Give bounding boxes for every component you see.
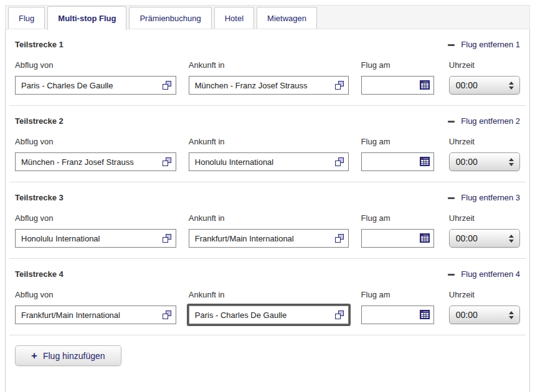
arrival-label: Ankunft in xyxy=(189,213,349,223)
time-select[interactable]: 00:00 xyxy=(449,306,520,324)
minus-icon xyxy=(448,274,455,276)
time-select-value: 00:00 xyxy=(456,80,478,90)
tab-hotel[interactable]: Hotel xyxy=(214,7,254,29)
airport-picker-icon[interactable] xyxy=(335,310,344,319)
tab-bar: Flug Multi-stop Flug Prämienbuchung Hote… xyxy=(5,5,530,29)
date-label: Flug am xyxy=(361,60,434,70)
date-label: Flug am xyxy=(361,290,434,299)
remove-flight-link[interactable]: Flug entfernen 1 xyxy=(448,40,520,50)
flight-segment: Teilstrecke 4 Flug entfernen 4 Abflug vo… xyxy=(9,259,526,335)
remove-flight-link[interactable]: Flug entfernen 4 xyxy=(448,269,520,279)
remove-flight-link[interactable]: Flug entfernen 2 xyxy=(448,116,520,126)
tab-mietwagen[interactable]: Mietwagen xyxy=(257,7,317,29)
multi-stop-form: Teilstrecke 1 Flug entfernen 1 Abflug vo… xyxy=(5,29,530,392)
minus-icon xyxy=(448,121,455,123)
up-down-arrows-icon xyxy=(509,311,514,319)
segment-title: Teilstrecke 4 xyxy=(15,269,64,279)
date-label: Flug am xyxy=(361,213,434,223)
remove-flight-label: Flug entfernen 4 xyxy=(461,269,520,279)
departure-label: Abflug von xyxy=(15,290,176,299)
time-label: Uhrzeit xyxy=(449,290,520,299)
minus-icon xyxy=(448,44,455,46)
tab-flug[interactable]: Flug xyxy=(8,7,45,29)
minus-icon xyxy=(448,197,455,199)
time-select-value: 00:00 xyxy=(456,157,478,167)
departure-input[interactable] xyxy=(15,76,176,95)
segment-title: Teilstrecke 1 xyxy=(15,40,64,50)
tab-praemienbuchung[interactable]: Prämienbuchung xyxy=(129,7,211,29)
arrival-input[interactable] xyxy=(189,76,349,95)
section-divider xyxy=(9,335,526,335)
departure-input[interactable] xyxy=(15,306,176,324)
calendar-icon[interactable] xyxy=(420,233,430,243)
calendar-icon[interactable] xyxy=(420,157,430,166)
up-down-arrows-icon xyxy=(509,158,514,166)
time-label: Uhrzeit xyxy=(449,213,520,223)
airport-picker-icon[interactable] xyxy=(163,234,171,243)
arrival-input[interactable] xyxy=(189,306,349,324)
departure-input[interactable] xyxy=(15,229,176,248)
remove-flight-link[interactable]: Flug entfernen 3 xyxy=(448,193,520,203)
time-label: Uhrzeit xyxy=(449,60,520,70)
airport-picker-icon[interactable] xyxy=(163,157,171,166)
booking-widget: Flug Multi-stop Flug Prämienbuchung Hote… xyxy=(5,5,530,392)
flight-segment: Teilstrecke 3 Flug entfernen 3 Abflug vo… xyxy=(9,182,526,259)
arrival-label: Ankunft in xyxy=(189,290,349,299)
up-down-arrows-icon xyxy=(509,235,514,243)
departure-label: Abflug von xyxy=(15,60,176,70)
plus-icon: + xyxy=(31,350,37,361)
calendar-icon[interactable] xyxy=(420,80,430,90)
arrival-label: Ankunft in xyxy=(189,60,349,70)
segment-title: Teilstrecke 3 xyxy=(15,193,64,203)
departure-label: Abflug von xyxy=(15,213,176,223)
date-label: Flug am xyxy=(361,137,434,146)
segments: Teilstrecke 1 Flug entfernen 1 Abflug vo… xyxy=(9,29,526,335)
tab-multi-stop-flug[interactable]: Multi-stop Flug xyxy=(47,6,126,30)
segment-title: Teilstrecke 2 xyxy=(15,116,64,126)
airport-picker-icon[interactable] xyxy=(163,81,171,90)
time-select[interactable]: 00:00 xyxy=(449,152,520,171)
airport-picker-icon[interactable] xyxy=(163,310,171,319)
remove-flight-label: Flug entfernen 1 xyxy=(461,40,520,50)
time-select[interactable]: 00:00 xyxy=(449,76,520,95)
time-select-value: 00:00 xyxy=(456,233,478,243)
up-down-arrows-icon xyxy=(509,82,514,90)
remove-flight-label: Flug entfernen 2 xyxy=(461,116,520,126)
departure-input[interactable] xyxy=(15,152,176,171)
arrival-input[interactable] xyxy=(189,152,349,171)
time-select[interactable]: 00:00 xyxy=(449,229,520,248)
airport-picker-icon[interactable] xyxy=(335,234,344,243)
time-label: Uhrzeit xyxy=(449,137,520,146)
remove-flight-label: Flug entfernen 3 xyxy=(461,193,520,203)
departure-label: Abflug von xyxy=(15,137,176,146)
add-flight-button-label: Flug hinzufügen xyxy=(43,351,105,361)
arrival-input[interactable] xyxy=(189,229,349,248)
add-flight-button[interactable]: + Flug hinzufügen xyxy=(15,345,121,366)
airport-picker-icon[interactable] xyxy=(335,81,344,90)
arrival-label: Ankunft in xyxy=(189,137,349,146)
flight-segment: Teilstrecke 2 Flug entfernen 2 Abflug vo… xyxy=(9,106,526,182)
calendar-icon[interactable] xyxy=(420,310,430,319)
airport-picker-icon[interactable] xyxy=(335,157,344,166)
time-select-value: 00:00 xyxy=(456,310,478,320)
flight-segment: Teilstrecke 1 Flug entfernen 1 Abflug vo… xyxy=(9,29,526,106)
